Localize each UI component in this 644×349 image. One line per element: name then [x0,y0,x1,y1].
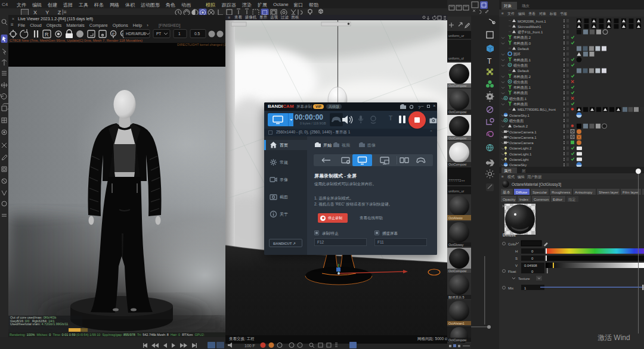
svg-text:P: P [112,32,114,36]
svg-text:Diffuse: Diffuse [516,190,528,194]
svg-text:布料曲面.2: 布料曲面.2 [513,35,531,40]
svg-text:OctaneLight.1: OctaneLight.1 [509,152,532,156]
svg-text:MELT783081.B(L)_front: MELT783081.B(L)_front [518,108,556,111]
svg-text:OctGlossy: OctGlossy [448,243,464,247]
svg-text:Color: Color [508,242,516,246]
svg-text:Sheen layer: Sheen layer [599,190,618,194]
svg-text:≡: ≡ [501,11,504,15]
svg-text:布料曲面: 布料曲面 [513,102,528,107]
svg-text:SkinnedMesh1: SkinnedMesh1 [518,25,541,29]
svg-text:OctComposi: OctComposi [448,110,466,114]
svg-text:OctComposi: OctComposi [448,338,466,342]
svg-text:7777772++: 7777772++ [448,179,465,182]
svg-text:对象: 对象 [503,4,512,8]
svg-text:1: 1 [178,32,181,36]
svg-text:Editor: Editor [553,197,562,201]
svg-text:T: T [487,57,492,66]
svg-text:V: V [515,264,518,267]
svg-text:OctComposi: OctComposi [448,163,466,166]
svg-text:H: H [515,250,518,253]
svg-text:uniform_ul: uniform_ul [448,57,464,60]
svg-text:布料曲面.1: 布料曲面.1 [513,58,531,63]
svg-text:OctaneCamera.1: OctaneCamera.1 [509,130,537,134]
svg-text:OctaneSky.1: OctaneSky.1 [509,114,530,117]
svg-text:基本: 基本 [502,190,510,194]
svg-text:OctaneMaterial [OctGlossy3]: OctaneMaterial [OctGlossy3] [512,182,561,187]
svg-text:层: 层 [522,169,526,173]
svg-text:OctComposi: OctComposi [448,84,466,88]
svg-text:Float: Float [508,270,516,273]
svg-text:OctaneCamera: OctaneCamera [509,141,534,145]
svg-text:Mix: Mix [508,286,513,290]
svg-text:场次: 场次 [521,4,530,8]
svg-text:PT: PT [156,32,161,36]
svg-text:0.5: 0.5 [194,32,200,36]
svg-text:Common: Common [534,197,549,201]
svg-text:属性: 属性 [504,169,512,173]
svg-text:100 F: 100 F [244,344,255,348]
svg-text:圆环: 圆环 [513,52,521,57]
svg-text:OctaneLight.2: OctaneLight.2 [509,147,532,150]
svg-text:0.04908: 0.04908 [524,264,537,267]
svg-text:裙子F11_front.1: 裙子F11_front.1 [518,30,543,35]
svg-text:Index: Index [519,197,529,201]
svg-text:细分曲面.1: 细分曲面.1 [509,96,527,101]
svg-text:Default: Default [518,69,529,73]
svg-text:Diffuse: Diffuse [503,233,516,237]
svg-text:布料曲面.2: 布料曲面.2 [513,74,531,79]
svg-text:Texture: Texture [518,277,530,281]
svg-text:OctAlssto: OctAlssto [448,216,463,220]
svg-text:S: S [515,257,518,260]
svg-text:指定: 指定 [568,197,575,202]
svg-text:布料曲面.1: 布料曲面.1 [513,85,531,90]
svg-text:OctaneCamera.1: OctaneCamera.1 [509,136,537,139]
svg-text:细分曲面: 细分曲面 [513,80,528,85]
svg-text:文件 编辑 查看 对象 标签 书签: 文件 编辑 查看 对象 标签 书签 [507,11,567,16]
svg-text:细分曲面: 细分曲面 [509,119,524,123]
svg-text:布料曲面: 布料曲面 [513,91,528,95]
svg-text:布料曲面.0: 布料曲面.0 [513,41,531,46]
svg-text:Specular: Specular [532,190,547,194]
svg-text:HDR/ARUB: HDR/ARUB [126,32,146,36]
svg-text:OctComposi: OctComposi [448,136,466,140]
svg-text:uniform_ur: uniform_ur [448,189,464,193]
svg-text:≡: ≡ [501,174,504,179]
svg-text:OctComposi: OctComposi [448,269,466,273]
svg-text:Default: Default [518,47,529,51]
svg-text:OctAlstan1: OctAlstan1 [448,322,465,325]
svg-text:翻译演示.5: 翻译演示.5 [448,295,465,300]
svg-text:模式 编辑 用户数据: 模式 编辑 用户数据 [507,174,541,179]
svg-text:Film layer: Film layer [623,190,639,194]
svg-text:Roughness: Roughness [552,190,570,194]
svg-text:MOR2086_front.1: MOR2086_front.1 [518,20,546,23]
svg-text:R: R [45,32,49,38]
svg-text:Default.2: Default.2 [513,124,528,128]
svg-text:细分曲面: 细分曲面 [513,63,528,68]
svg-text:Opacity: Opacity [503,197,516,201]
svg-text:OctaneLight: OctaneLight [509,158,529,161]
svg-text:Anisotropy: Anisotropy [575,190,593,194]
svg-text:uniform_ur: uniform_ur [448,34,464,38]
